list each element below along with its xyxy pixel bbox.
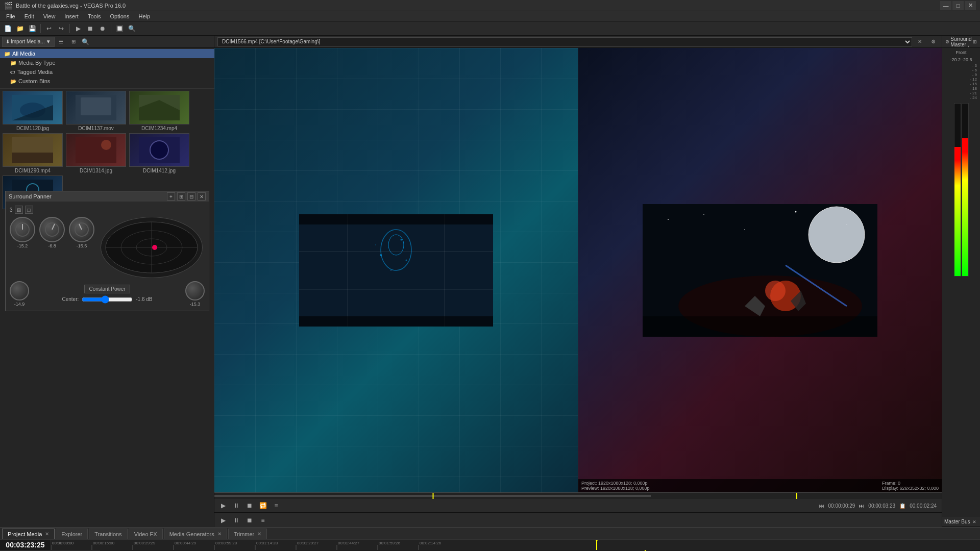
tab-trimmer[interactable]: Trimmer ✕ xyxy=(228,529,267,539)
media-thumb-dcim1234[interactable]: DCIM1234.mp4 xyxy=(129,91,190,131)
tab-explorer[interactable]: Explorer xyxy=(56,529,88,539)
media-view-btn[interactable]: ☰ xyxy=(56,36,67,47)
center-slider[interactable] xyxy=(82,295,133,304)
media-search-btn[interactable]: 🔍 xyxy=(80,36,91,47)
folder-icon: 📁 xyxy=(10,60,16,66)
minimize-button[interactable]: — xyxy=(940,1,951,10)
trimmer-close-btn[interactable]: ✕ xyxy=(914,36,925,47)
menu-edit[interactable]: Edit xyxy=(20,12,38,20)
tab-close-trimmer[interactable]: ✕ xyxy=(257,531,261,537)
thumb-label: DCIM1137.mov xyxy=(78,126,113,131)
preview-stop-btn[interactable]: ⏹ xyxy=(244,515,255,526)
toolbar-sep-3 xyxy=(111,24,111,33)
panner-controls-row: + ⊞ ⊟ ✕ xyxy=(167,192,206,201)
panner-close-btn[interactable]: ✕ xyxy=(198,192,206,201)
trimmer-path-dropdown[interactable]: DCIM1566.mp4 [C:\User\Footage\Gaming\] xyxy=(217,37,912,46)
menu-file[interactable]: File xyxy=(2,12,19,20)
media-thumb-dcim1120[interactable]: DCIM1120.jpg xyxy=(2,91,63,131)
trimmer-pause-btn[interactable]: ⏸ xyxy=(231,500,242,511)
media-thumb-dcim1412[interactable]: DCIM1412.jpg xyxy=(129,133,190,173)
maximize-button[interactable]: □ xyxy=(952,1,964,10)
tab-project-media[interactable]: Project Media ✕ xyxy=(2,529,55,539)
trimmer-options-btn[interactable]: ⚙ xyxy=(927,36,939,47)
timeline-ruler[interactable]: 00:00:00:00 00:00:15:00 00:00:29:29 00:0… xyxy=(51,540,980,550)
redo-button[interactable]: ↪ xyxy=(56,23,67,34)
trimmer-content xyxy=(299,214,493,327)
media-grid: DCIM1120.jpg DCIM1137.mov xyxy=(0,89,214,527)
close-button[interactable]: ✕ xyxy=(965,1,976,10)
menu-insert[interactable]: Insert xyxy=(60,12,83,20)
tree-item-custom-bins[interactable]: 📂 Custom Bins xyxy=(0,77,214,86)
preview-info-bar: Project: 1920x1080x128; 0,000p Preview: … xyxy=(578,479,942,492)
media-thumb-dcim1290[interactable]: DCIM1290.mp4 xyxy=(2,133,63,173)
trimmer-stop-btn[interactable]: ⏹ xyxy=(244,500,255,511)
record-button[interactable]: ⏺ xyxy=(97,23,108,34)
new-button[interactable]: 📄 xyxy=(2,23,13,34)
trimmer-loop-btn[interactable]: 🔁 xyxy=(257,500,268,511)
scale-15: - 15 xyxy=(970,82,977,86)
menu-bar: File Edit View Insert Tools Options Help xyxy=(0,11,980,21)
tree-label: Custom Bins xyxy=(18,78,50,84)
preview-play-btn[interactable]: ▶ xyxy=(217,515,229,526)
trimmer-menu-btn[interactable]: ≡ xyxy=(271,500,282,511)
media-thumb-dcim1137[interactable]: DCIM1137.mov xyxy=(65,91,127,131)
menu-help[interactable]: Help xyxy=(134,12,154,20)
surround-master-panel: ⚙ Surround Master , ⊞ Front -20.2 -20.6 … xyxy=(942,36,980,527)
master-bus-close[interactable]: ✕ xyxy=(971,518,978,525)
tab-close-media-generators[interactable]: ✕ xyxy=(217,531,222,537)
tab-close-project-media[interactable]: ✕ xyxy=(45,531,49,537)
knob-3[interactable] xyxy=(69,217,94,242)
tab-video-fx[interactable]: Video FX xyxy=(129,529,163,539)
svg-line-20 xyxy=(79,224,82,230)
preview-menu-btn[interactable]: ≡ xyxy=(257,515,268,526)
trimmer-play-btn[interactable]: ▶ xyxy=(217,500,229,511)
svg-rect-38 xyxy=(299,214,493,224)
menu-tools[interactable]: Tools xyxy=(84,12,105,20)
svg-point-33 xyxy=(375,244,376,245)
bottom-knob-l[interactable] xyxy=(10,281,29,300)
zoom-button[interactable]: 🔍 xyxy=(126,23,137,34)
preview-info-left: Project: 1920x1080x128; 0,000p Preview: … xyxy=(581,481,650,491)
panner-add-btn[interactable]: + xyxy=(167,192,175,201)
preview-pause-btn[interactable]: ⏸ xyxy=(231,515,242,526)
preview-info-detail: Preview: 1920x1080x128; 0,000p xyxy=(581,486,650,491)
play-button[interactable]: ▶ xyxy=(72,23,84,34)
surround-settings-btn[interactable]: ⚙ xyxy=(944,36,950,47)
open-button[interactable]: 📁 xyxy=(14,23,26,34)
menu-options[interactable]: Options xyxy=(106,12,134,20)
stop-button[interactable]: ⏹ xyxy=(85,23,96,34)
constant-power-btn[interactable]: Constant Power xyxy=(84,285,130,293)
panner-field[interactable] xyxy=(101,217,203,278)
tab-label: Trimmer xyxy=(234,531,255,537)
timeline-scrub-bar[interactable] xyxy=(214,492,942,498)
app-icon: 🎬 xyxy=(4,2,13,10)
panner-wrap-btn[interactable]: □ xyxy=(25,206,33,214)
import-media-button[interactable]: ⬇ Import Media... ▼ xyxy=(2,37,55,47)
panner-grid-btn[interactable]: ⊞ xyxy=(177,192,185,201)
panner-stereo-btn[interactable]: ⊞ xyxy=(15,206,23,214)
tree-label: Media By Type xyxy=(18,60,56,66)
tree-item-media-by-type[interactable]: 📁 Media By Type xyxy=(0,58,214,67)
thumb-visual xyxy=(76,95,116,120)
thumb-label: DCIM1412.jpg xyxy=(143,168,176,173)
undo-button[interactable]: ↩ xyxy=(43,23,55,34)
panner-expand-btn[interactable]: ⊟ xyxy=(187,192,195,201)
save-button[interactable]: 💾 xyxy=(27,23,38,34)
tab-media-generators[interactable]: Media Generators ✕ xyxy=(164,529,227,539)
snap-button[interactable]: 🔲 xyxy=(114,23,125,34)
tab-transitions[interactable]: Transitions xyxy=(89,529,127,539)
svg-rect-57 xyxy=(433,493,434,499)
bottom-knob-r[interactable] xyxy=(185,281,205,300)
surround-expand-btn[interactable]: ⊞ xyxy=(972,36,978,47)
knob-1[interactable] xyxy=(10,217,35,242)
knob-2[interactable] xyxy=(39,217,65,242)
thumb-label: DCIM1120.jpg xyxy=(16,126,49,131)
menu-view[interactable]: View xyxy=(39,12,60,20)
media-thumb-dcim1314[interactable]: DCIM1314.jpg xyxy=(65,133,127,173)
media-grid-btn[interactable]: ⊞ xyxy=(68,36,79,47)
master-bus-title: Master Bus xyxy=(944,519,970,524)
knob-visual xyxy=(44,222,60,237)
knob-1-val: -15.2 xyxy=(17,243,28,248)
tree-item-all-media[interactable]: 📁 All Media xyxy=(0,49,214,58)
tree-item-tagged-media[interactable]: 🏷 Tagged Media xyxy=(0,67,214,77)
